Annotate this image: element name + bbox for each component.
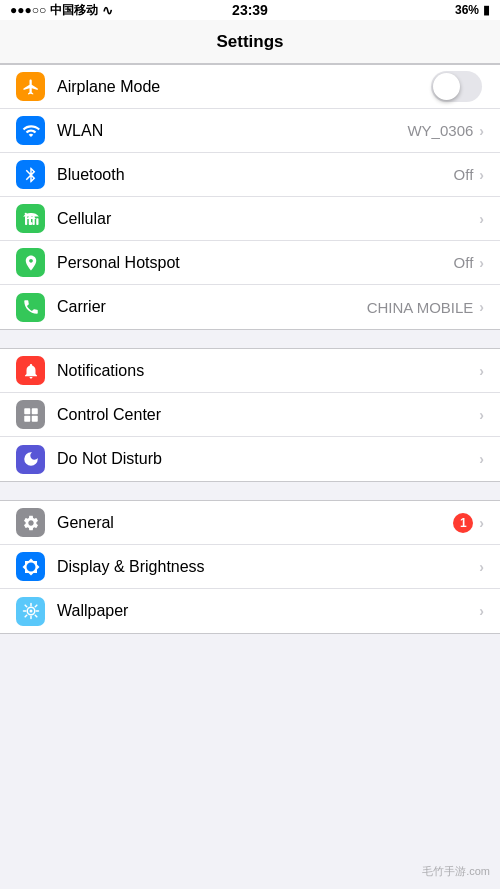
row-carrier[interactable]: Carrier CHINA MOBILE › (0, 285, 500, 329)
carrier-icon (16, 293, 45, 322)
general-icon (16, 508, 45, 537)
status-bar: ●●●○○ 中国移动 ∿ 23:39 36% ▮ (0, 0, 500, 20)
settings-list: Airplane Mode WLAN WY_0306 › Blueto (0, 64, 500, 634)
row-cellular[interactable]: Cellular › (0, 197, 500, 241)
wlan-label: WLAN (57, 122, 407, 140)
svg-rect-3 (32, 216, 34, 225)
do-not-disturb-icon (16, 445, 45, 474)
svg-rect-1 (25, 216, 27, 225)
svg-rect-7 (24, 415, 30, 421)
row-control-center[interactable]: Control Center › (0, 393, 500, 437)
watermark: 毛竹手游.com (422, 864, 490, 879)
page-title: Settings (216, 32, 283, 52)
row-personal-hotspot[interactable]: Personal Hotspot Off › (0, 241, 500, 285)
display-brightness-label: Display & Brightness (57, 558, 479, 576)
battery-percent: 36% (455, 3, 479, 17)
notifications-icon (16, 356, 45, 385)
row-bluetooth[interactable]: Bluetooth Off › (0, 153, 500, 197)
row-wlan[interactable]: WLAN WY_0306 › (0, 109, 500, 153)
general-chevron: › (479, 515, 484, 531)
battery-icon: ▮ (483, 3, 490, 17)
airplane-mode-toggle[interactable] (431, 71, 482, 102)
control-center-label: Control Center (57, 406, 479, 424)
svg-point-10 (29, 610, 32, 613)
personal-hotspot-icon (16, 248, 45, 277)
personal-hotspot-value: Off (454, 254, 474, 271)
display-brightness-icon (16, 552, 45, 581)
section-connectivity: Airplane Mode WLAN WY_0306 › Blueto (0, 64, 500, 330)
carrier-label: 中国移动 (50, 2, 98, 19)
row-notifications[interactable]: Notifications › (0, 349, 500, 393)
row-general[interactable]: General 1 › (0, 501, 500, 545)
control-center-icon (16, 400, 45, 429)
cellular-label: Cellular (57, 210, 479, 228)
carrier-chevron: › (479, 299, 484, 315)
display-brightness-chevron: › (479, 559, 484, 575)
nav-bar: Settings (0, 20, 500, 64)
wallpaper-chevron: › (479, 603, 484, 619)
bluetooth-label: Bluetooth (57, 166, 454, 184)
section-system: Notifications › Control Center › (0, 348, 500, 482)
carrier-value: CHINA MOBILE (367, 299, 474, 316)
notifications-chevron: › (479, 363, 484, 379)
signal-dots: ●●●○○ (10, 3, 46, 17)
bluetooth-chevron: › (479, 167, 484, 183)
svg-rect-4 (36, 218, 38, 225)
svg-point-0 (24, 212, 26, 214)
bluetooth-icon (16, 160, 45, 189)
notifications-label: Notifications (57, 362, 479, 380)
row-display-brightness[interactable]: Display & Brightness › (0, 545, 500, 589)
general-label: General (57, 514, 453, 532)
wallpaper-icon (16, 597, 45, 626)
svg-rect-5 (24, 408, 30, 414)
row-do-not-disturb[interactable]: Do Not Disturb › (0, 437, 500, 481)
row-airplane-mode[interactable]: Airplane Mode (0, 65, 500, 109)
bluetooth-value: Off (454, 166, 474, 183)
toggle-knob (433, 73, 460, 100)
status-left: ●●●○○ 中国移动 ∿ (10, 2, 113, 19)
personal-hotspot-label: Personal Hotspot (57, 254, 454, 272)
general-badge: 1 (453, 513, 473, 533)
wlan-chevron: › (479, 123, 484, 139)
cellular-icon (16, 204, 45, 233)
personal-hotspot-chevron: › (479, 255, 484, 271)
svg-rect-2 (28, 213, 30, 224)
control-center-chevron: › (479, 407, 484, 423)
wlan-value: WY_0306 (407, 122, 473, 139)
svg-rect-6 (31, 408, 37, 414)
wifi-icon: ∿ (102, 3, 113, 18)
cellular-chevron: › (479, 211, 484, 227)
svg-rect-8 (31, 415, 37, 421)
wallpaper-label: Wallpaper (57, 602, 479, 620)
carrier-label: Carrier (57, 298, 367, 316)
wlan-icon (16, 116, 45, 145)
do-not-disturb-label: Do Not Disturb (57, 450, 479, 468)
airplane-mode-label: Airplane Mode (57, 78, 431, 96)
airplane-mode-icon (16, 72, 45, 101)
section-preferences: General 1 › Display & Brightness › (0, 500, 500, 634)
status-time: 23:39 (232, 2, 268, 18)
do-not-disturb-chevron: › (479, 451, 484, 467)
status-right: 36% ▮ (455, 3, 490, 17)
row-wallpaper[interactable]: Wallpaper › (0, 589, 500, 633)
